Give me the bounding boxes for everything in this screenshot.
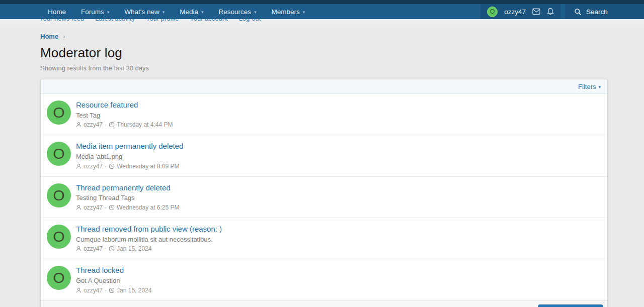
- moderator-log-card: Filters ▾ O Resource featured Test Tag o…: [40, 79, 608, 307]
- log-entry-meta: ozzy47 · Wednesday at 6:25 PM: [76, 204, 180, 211]
- log-entry-user-link[interactable]: ozzy47: [84, 204, 103, 211]
- user-icon: [76, 163, 82, 169]
- log-entry-detail: Test Tag: [76, 112, 173, 120]
- log-entry-link[interactable]: Thread locked: [76, 266, 151, 275]
- log-entry-date-link[interactable]: Jan 15, 2024: [117, 287, 151, 294]
- user-panel: O ozzy47: [480, 4, 560, 19]
- avatar-letter: O: [53, 104, 64, 121]
- chevron-down-icon: ▾: [303, 10, 305, 15]
- avatar-letter: O: [53, 269, 64, 286]
- page-body: Home › Moderator log Showing results fro…: [0, 19, 644, 307]
- nav-menu: Home Forums ▾ What's new ▾ Media ▾ Resou…: [40, 4, 312, 19]
- user-avatar[interactable]: O: [487, 7, 498, 17]
- nav-item[interactable]: What's new ▾: [117, 4, 172, 19]
- header: Home Forums ▾ What's new ▾ Media ▾ Resou…: [0, 0, 644, 19]
- filters-toggle[interactable]: Filters ▾: [578, 83, 601, 90]
- avatar[interactable]: O: [47, 142, 71, 166]
- chevron-down-icon: ▾: [201, 10, 204, 15]
- log-item: O Thread permanently deleted Testing Thr…: [41, 177, 607, 218]
- clock-icon: [109, 246, 115, 252]
- top-strip: [0, 0, 644, 4]
- inbox-button[interactable]: [532, 8, 540, 15]
- log-entry-detail: Testing Thread Tags: [76, 194, 180, 202]
- search-button[interactable]: Search: [565, 4, 644, 19]
- log-entry-link[interactable]: Media item permanently deleted: [76, 142, 183, 151]
- chevron-down-icon: ▾: [598, 84, 601, 89]
- user-icon: [76, 287, 82, 293]
- chevron-down-icon: ▾: [254, 10, 257, 15]
- meta-separator: ·: [105, 163, 107, 170]
- log-entry-meta: ozzy47 · Thursday at 4:44 PM: [76, 121, 173, 128]
- meta-separator: ·: [105, 245, 107, 252]
- clock-icon: [109, 287, 115, 293]
- breadcrumb: Home ›: [40, 33, 608, 40]
- log-item: O Thread removed from public view (reaso…: [41, 218, 607, 259]
- meta-separator: ·: [105, 204, 107, 211]
- log-entry-meta: ozzy47 · Jan 15, 2024: [76, 287, 151, 294]
- envelope-icon: [532, 8, 540, 15]
- log-list: O Resource featured Test Tag ozzy47 · Th…: [41, 94, 607, 300]
- nav-item[interactable]: Resources ▾: [211, 4, 264, 19]
- log-entry-date-link[interactable]: Wednesday at 8:09 PM: [117, 163, 180, 170]
- avatar-letter: O: [53, 228, 64, 245]
- log-entry-detail: Got A Question: [76, 277, 151, 285]
- avatar[interactable]: O: [47, 266, 71, 290]
- show-older-items-button[interactable]: Show older items: [538, 304, 603, 307]
- nav-right: O ozzy47 Search: [480, 4, 644, 19]
- chevron-right-icon: ›: [63, 33, 65, 40]
- log-entry-link[interactable]: Thread removed from public view (reason:…: [76, 225, 222, 234]
- log-entry-link[interactable]: Resource featured: [76, 100, 173, 110]
- log-entry-user-link[interactable]: ozzy47: [84, 245, 103, 252]
- navbar: Home Forums ▾ What's new ▾ Media ▾ Resou…: [0, 4, 644, 19]
- bell-icon: [547, 8, 554, 16]
- chevron-down-icon: ▾: [107, 10, 110, 15]
- log-entry-detail: Media 'abt1.png': [76, 153, 183, 161]
- panel-gap: [560, 4, 565, 19]
- breadcrumb-home-link[interactable]: Home: [40, 33, 58, 40]
- log-entry-date-link[interactable]: Jan 15, 2024: [117, 245, 151, 252]
- avatar[interactable]: O: [47, 100, 71, 125]
- chevron-down-icon: ▾: [163, 10, 165, 15]
- page-title: Moderator log: [40, 45, 608, 61]
- user-icon: [76, 122, 82, 128]
- search-icon: [574, 8, 582, 16]
- filter-bar: Filters ▾: [41, 79, 607, 94]
- meta-separator: ·: [105, 287, 107, 294]
- avatar-letter: O: [53, 187, 64, 204]
- log-entry-link[interactable]: Thread permanently deleted: [76, 183, 180, 193]
- alerts-button[interactable]: [547, 8, 554, 16]
- filters-label: Filters: [578, 83, 596, 90]
- log-entry-date-link[interactable]: Wednesday at 6:25 PM: [117, 204, 180, 211]
- page-subtitle: Showing results from the last 30 days: [40, 64, 608, 72]
- log-entry-user-link[interactable]: ozzy47: [84, 287, 103, 294]
- log-entry-meta: ozzy47 · Wednesday at 8:09 PM: [76, 163, 183, 170]
- user-avatar-letter: O: [490, 8, 495, 15]
- clock-icon: [109, 122, 115, 128]
- username-menu[interactable]: ozzy47: [504, 8, 526, 16]
- avatar[interactable]: O: [47, 183, 71, 208]
- clock-icon: [109, 204, 115, 211]
- log-entry-date-link[interactable]: Thursday at 4:44 PM: [117, 121, 173, 128]
- nav-item[interactable]: Media ▾: [172, 4, 211, 19]
- nav-item[interactable]: Members ▾: [264, 4, 313, 19]
- user-icon: [76, 246, 82, 252]
- meta-separator: ·: [105, 121, 107, 128]
- avatar-letter: O: [53, 145, 64, 162]
- log-item: O Thread locked Got A Question ozzy47 · …: [41, 259, 607, 300]
- card-footer: Show older items: [41, 300, 607, 307]
- log-entry-user-link[interactable]: ozzy47: [84, 163, 103, 170]
- nav-item[interactable]: Home: [40, 4, 73, 19]
- clock-icon: [109, 163, 115, 169]
- log-item: O Media item permanently deleted Media '…: [41, 135, 607, 176]
- log-item: O Resource featured Test Tag ozzy47 · Th…: [41, 94, 607, 135]
- log-entry-user-link[interactable]: ozzy47: [84, 121, 103, 128]
- search-label: Search: [586, 8, 608, 16]
- log-entry-meta: ozzy47 · Jan 15, 2024: [76, 245, 222, 252]
- log-entry-detail: Cumque laborum mollitia sit aut necessit…: [76, 236, 222, 244]
- nav-item[interactable]: Forums ▾: [73, 4, 117, 19]
- user-icon: [76, 204, 82, 211]
- avatar[interactable]: O: [47, 225, 71, 249]
